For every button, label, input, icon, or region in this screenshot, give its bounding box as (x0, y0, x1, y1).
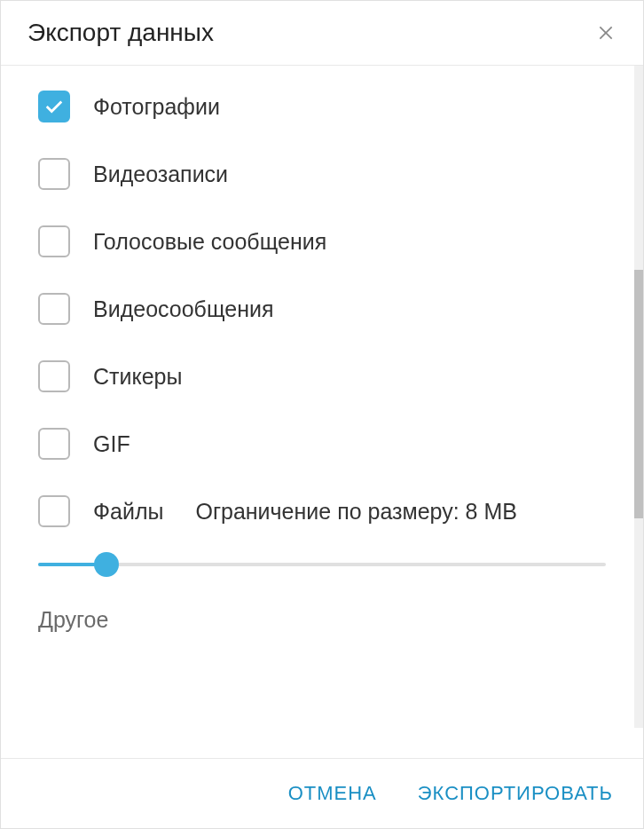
size-limit-label: Ограничение по размеру: 8 MB (195, 499, 517, 525)
content-scroll-area: Фотографии Видеозаписи Голосовые сообщен… (1, 66, 643, 728)
option-photos[interactable]: Фотографии (38, 91, 606, 122)
option-stickers[interactable]: Стикеры (38, 360, 606, 392)
option-video-messages[interactable]: Видеосообщения (38, 293, 606, 325)
option-label: Видеосообщения (93, 296, 273, 322)
option-files[interactable]: Файлы Ограничение по размеру: 8 MB (38, 495, 606, 527)
scrollbar-thumb[interactable] (634, 270, 643, 518)
options-list: Фотографии Видеозаписи Голосовые сообщен… (1, 66, 643, 527)
section-other: Другое (1, 607, 643, 633)
option-label: Видеозаписи (93, 162, 228, 187)
option-label: Фотографии (93, 94, 220, 120)
scrollbar-track[interactable] (634, 66, 643, 728)
checkbox-photos[interactable] (38, 91, 70, 122)
option-label: Файлы (93, 499, 163, 525)
checkbox-stickers[interactable] (38, 360, 70, 392)
option-voice-messages[interactable]: Голосовые сообщения (38, 225, 606, 257)
slider-track (38, 563, 606, 566)
checkbox-voice-messages[interactable] (38, 225, 70, 257)
close-button[interactable] (595, 22, 617, 43)
option-label: Голосовые сообщения (93, 229, 326, 255)
dialog-header: Экспорт данных (1, 1, 643, 66)
dialog-footer: ОТМЕНА ЭКСПОРТИРОВАТЬ (1, 758, 643, 828)
slider-handle[interactable] (94, 552, 119, 577)
checkbox-video-messages[interactable] (38, 293, 70, 325)
option-gif[interactable]: GIF (38, 428, 606, 460)
cancel-button[interactable]: ОТМЕНА (288, 782, 377, 805)
option-label: GIF (93, 431, 130, 457)
checkbox-gif[interactable] (38, 428, 70, 460)
close-icon (597, 24, 615, 42)
checkmark-icon (44, 99, 64, 114)
option-label: Стикеры (93, 364, 182, 390)
checkbox-files[interactable] (38, 495, 70, 527)
size-limit-slider[interactable] (1, 563, 643, 566)
dialog-title: Экспорт данных (27, 19, 214, 47)
option-videos[interactable]: Видеозаписи (38, 158, 606, 190)
export-button[interactable]: ЭКСПОРТИРОВАТЬ (418, 782, 613, 805)
checkbox-videos[interactable] (38, 158, 70, 190)
